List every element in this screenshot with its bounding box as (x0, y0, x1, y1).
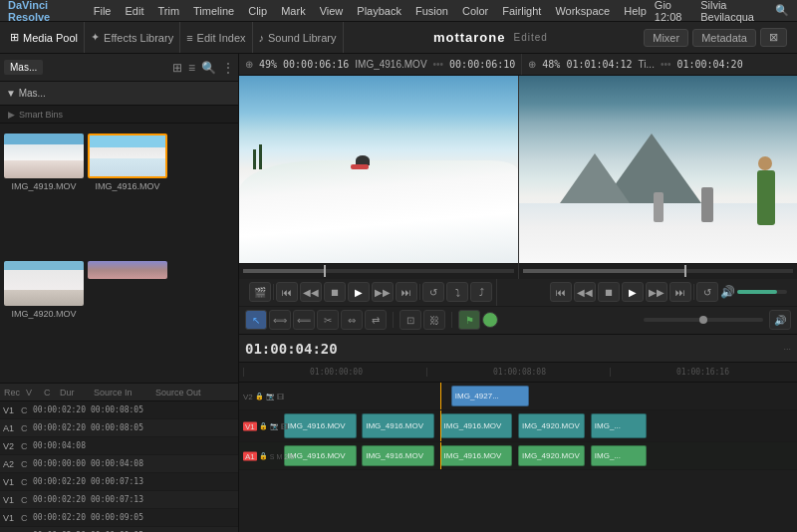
menu-fairlight[interactable]: Fairlight (496, 3, 547, 19)
menu-file[interactable]: File (88, 3, 118, 19)
more-options-icon[interactable]: ⋮ (222, 61, 234, 75)
clip-v1-2[interactable]: IMG_4916.MOV (440, 413, 513, 438)
rt-play-btn[interactable]: ▶ (622, 282, 644, 302)
menu-view[interactable]: View (314, 3, 350, 19)
sound-library-tab[interactable]: ♪ Sound Library (253, 22, 344, 53)
media-pool-header-label: ▼ Mas... (6, 88, 46, 99)
lock-icon[interactable]: 🔒 (255, 393, 264, 400)
clip-a1-4[interactable]: IMG_... (591, 445, 647, 467)
clip-v2-0[interactable]: IMG_4927... (451, 386, 529, 407)
media-label-1: IMG_4916.MOV (95, 181, 159, 191)
preview-screens (239, 76, 797, 263)
flag-btn[interactable]: ⚑ (458, 310, 480, 330)
left-scrubber[interactable] (243, 269, 514, 273)
menu-help[interactable]: Help (618, 3, 653, 19)
blade-tool-btn[interactable]: ✂ (317, 310, 339, 330)
smart-bins-row[interactable]: ▶ Smart Bins (0, 106, 238, 124)
menu-mark[interactable]: Mark (275, 3, 311, 19)
rt-loop-btn[interactable]: ↺ (696, 282, 718, 302)
right-transport-group: ⏮ ◀◀ ⏹ ▶ ▶▶ ⏭ ↺ 🔊 (546, 279, 791, 306)
rt-skip-fwd-btn[interactable]: ⏭ (669, 282, 691, 302)
skip-back-btn[interactable]: ⏮ (276, 282, 298, 302)
clip-a1-2[interactable]: IMG_4916.MOV (440, 445, 513, 467)
rt-step-fwd-btn[interactable]: ▶▶ (646, 282, 667, 302)
dynamic-trim-btn[interactable]: ⟸ (293, 310, 315, 330)
menu-fusion[interactable]: Fusion (409, 3, 454, 19)
preview-mode-btn[interactable]: 🎬 (249, 282, 271, 302)
menu-playback[interactable]: Playback (351, 3, 407, 19)
right-preview-screen[interactable] (519, 76, 798, 263)
volume-slider[interactable] (737, 290, 787, 294)
rt-stop-btn[interactable]: ⏹ (598, 282, 620, 302)
volume-timeline-icon[interactable]: 🔊 (769, 310, 791, 330)
mountain-2 (560, 153, 630, 203)
play-btn[interactable]: ▶ (348, 282, 370, 302)
timeline-header: 01:00:04:20 ··· (239, 335, 797, 363)
track-a1-label: A1 (243, 451, 257, 460)
out-point-btn[interactable]: ⤴ (470, 282, 492, 302)
edit-index-tab[interactable]: ≡ Edit Index (180, 22, 252, 53)
clip-v1-0[interactable]: IMG_4916.MOV (284, 413, 357, 438)
film-v1-icon: 🎞 (281, 422, 288, 429)
menu-color[interactable]: Color (456, 3, 494, 19)
loop-btn[interactable]: ↺ (422, 282, 444, 302)
volume-icon[interactable]: 🔊 (720, 285, 735, 299)
media-item-0[interactable]: IMG_4919.MOV (4, 128, 84, 197)
link-btn[interactable]: ⛓ (423, 310, 445, 330)
mixer-btn[interactable]: Mixer (644, 29, 688, 47)
right-scrubber[interactable] (523, 269, 794, 273)
media-item-2[interactable]: IMG_4920.MOV (4, 255, 84, 325)
media-pool-tab[interactable]: ⊞ Media Pool (4, 22, 85, 53)
stop-btn[interactable]: ⏹ (324, 282, 346, 302)
menu-workspace[interactable]: Workspace (549, 3, 616, 19)
clip-v1-3[interactable]: IMG_4920.MOV (518, 413, 585, 438)
slip-tool-btn[interactable]: ⇔ (341, 310, 363, 330)
media-item-1[interactable]: IMG_4916.MOV (88, 128, 167, 197)
color-btn[interactable] (482, 312, 498, 328)
vol-a1: 2.0 (284, 452, 294, 459)
clip-a1-0[interactable]: IMG_4916.MOV (284, 445, 357, 467)
effects-library-tab[interactable]: ✦ Effects Library (85, 22, 180, 53)
menu-trim[interactable]: Trim (151, 3, 185, 19)
search-icon[interactable]: 🔍 (775, 4, 789, 17)
right-zoom-icon[interactable]: ⊕ (528, 59, 536, 70)
trim-tool-btn[interactable]: ⟺ (269, 310, 291, 330)
track-v2-content[interactable]: V2 🔒 📷 🎞 IMG_4927... (239, 383, 797, 409)
rt-skip-back-btn[interactable]: ⏮ (550, 282, 572, 302)
zoom-slider[interactable] (644, 318, 763, 322)
skip-fwd-btn[interactable]: ⏭ (396, 282, 417, 302)
playhead-v1 (440, 410, 441, 441)
lock-a1-icon[interactable]: 🔒 (259, 452, 268, 460)
rt-step-back-btn[interactable]: ◀◀ (574, 282, 596, 302)
snap-btn[interactable]: ⊡ (399, 310, 421, 330)
master-tab[interactable]: Mas... (4, 60, 43, 75)
clip-v1-4[interactable]: IMG_... (591, 413, 647, 438)
col-rec: Rec (4, 388, 22, 398)
step-fwd-btn[interactable]: ▶▶ (372, 282, 394, 302)
list-view-icon[interactable]: ≡ (188, 61, 195, 75)
step-back-btn[interactable]: ◀◀ (300, 282, 322, 302)
in-point-btn[interactable]: ⤵ (446, 282, 468, 302)
left-preview-screen[interactable] (239, 76, 519, 263)
track-v1-content[interactable]: V1 🔒 📷 🎞 IMG_4916.MOV IMG_4916.MOV IMG_4… (239, 410, 797, 441)
slide-tool-btn[interactable]: ⇄ (365, 310, 387, 330)
clip-v1-1[interactable]: IMG_4916.MOV (362, 413, 434, 438)
ruler-tick-0: 01:00:00:00 (243, 368, 426, 377)
track-a1-content[interactable]: A1 🔒 S M 2.0 IMG_4916.MOV IMG_4916.MOV I… (239, 442, 797, 469)
left-snow-slope (239, 160, 518, 263)
track-in-5: 00:00:07:13 (91, 495, 148, 504)
left-zoom-icon[interactable]: ⊕ (245, 59, 253, 70)
lock-v1-icon[interactable]: 🔒 (259, 422, 268, 430)
metadata-btn[interactable]: Metadata (692, 29, 756, 47)
menu-timeline[interactable]: Timeline (187, 3, 240, 19)
clip-a1-1[interactable]: IMG_4916.MOV (362, 445, 434, 467)
select-tool-btn[interactable]: ↖ (245, 310, 267, 330)
grid-view-icon[interactable]: ⊞ (172, 61, 182, 75)
sound-library-label: Sound Library (268, 32, 337, 44)
inspector-btn[interactable]: ⊠ (760, 28, 787, 47)
menu-edit[interactable]: Edit (120, 3, 150, 19)
search-media-icon[interactable]: 🔍 (201, 61, 216, 75)
menu-clip[interactable]: Clip (242, 3, 273, 19)
clip-a1-3[interactable]: IMG_4920.MOV (518, 445, 585, 467)
media-item-3[interactable] (88, 255, 167, 285)
